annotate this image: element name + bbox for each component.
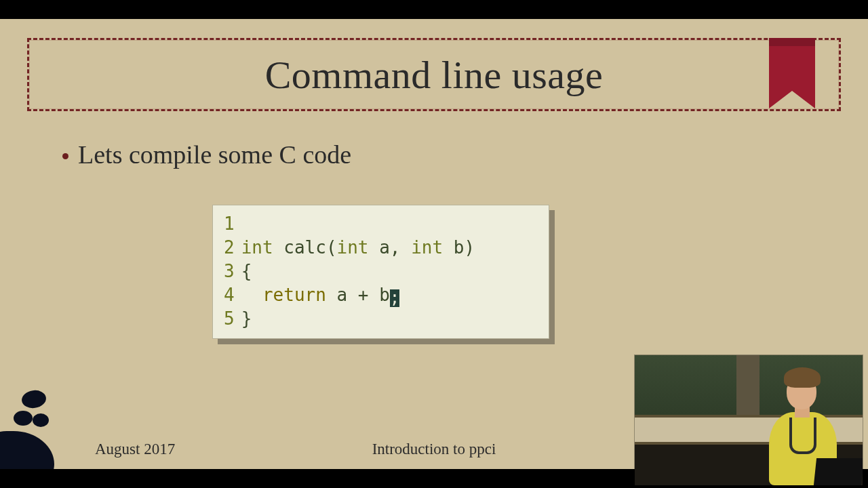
bullet-text: Lets compile some C code [78,140,351,169]
board-divider [736,355,760,415]
code-ident: b [379,285,390,305]
code-ident: a [379,237,390,258]
code-function: calc [283,237,326,258]
speaker-camera-overlay [635,355,863,485]
bullet-dot-icon [62,153,68,159]
code-box: 1 2int calc(int a, int b) 3{ 4 return a … [212,205,549,339]
code-keyword: int [241,237,273,258]
bookmark-ribbon-icon [768,38,816,117]
line-number: 4 [224,285,235,305]
code-keyword: int [337,237,369,258]
code-ident: b [454,237,465,258]
laptop [814,458,863,485]
code-keyword: return [262,285,326,305]
title-frame: Command line usage [27,38,841,111]
code-punct: } [241,308,252,329]
text-cursor-icon: ; [390,289,399,307]
code-punct: + [358,285,369,305]
line-number: 2 [224,237,235,258]
bullet-item: Lets compile some C code [62,140,351,169]
stage: Command line usage Lets compile some C c… [0,0,868,488]
code-punct: ( [326,237,337,258]
slide-title: Command line usage [265,52,604,98]
code-punct: ) [464,237,475,258]
code-keyword: int [411,237,443,258]
line-number: 1 [224,214,235,234]
speaker-lanyard [789,418,816,454]
code-punct: , [390,237,401,258]
code-sample: 1 2int calc(int a, int b) 3{ 4 return a … [212,205,549,339]
code-punct: { [241,261,252,281]
line-number: 5 [224,308,235,329]
line-number: 3 [224,261,235,281]
speaker-hair [784,367,821,388]
code-ident: a [337,285,348,305]
